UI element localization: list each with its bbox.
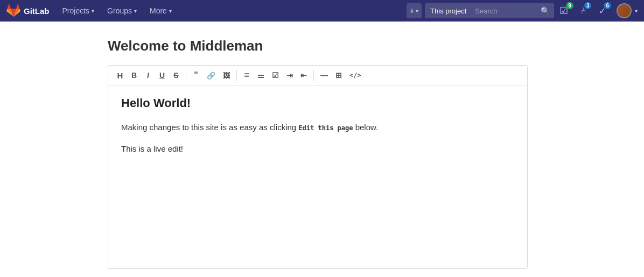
- toolbar-link[interactable]: 🔗: [204, 70, 219, 81]
- chevron-down-icon: ▾: [92, 8, 94, 14]
- toolbar-separator-3: [313, 70, 314, 81]
- editor-body[interactable]: Hello World! Making changes to this site…: [108, 86, 527, 268]
- editor-container: H B I U S " 🔗 🖼 ≡ ⚌ ☑ ⇥ ⇤ — ⊞ </> Hello …: [108, 65, 528, 269]
- toolbar-separator-1: [186, 70, 186, 81]
- user-menu-chevron[interactable]: ▾: [635, 8, 638, 14]
- toolbar-bullet-list[interactable]: ≡: [240, 69, 253, 82]
- brand-name: GitLab: [24, 6, 50, 16]
- editor-paragraph-1: Making changes to this site is as easy a…: [121, 121, 514, 134]
- search-input[interactable]: [475, 7, 540, 15]
- toolbar-separator-2: [236, 70, 237, 81]
- search-icon-button[interactable]: 🔍: [540, 6, 551, 15]
- toolbar-indent[interactable]: ⇥: [283, 69, 296, 81]
- toolbar-bold[interactable]: B: [128, 69, 141, 81]
- todos-icon[interactable]: ☑ 9: [557, 5, 576, 17]
- issues-icon[interactable]: ✓ 6: [597, 6, 613, 16]
- toolbar-strikethrough[interactable]: S: [170, 69, 183, 81]
- inline-code: Edit this page: [298, 124, 353, 132]
- add-button[interactable]: + ▾: [407, 3, 422, 18]
- chevron-down-icon: ▾: [169, 8, 172, 14]
- toolbar-image[interactable]: 🖼: [220, 70, 233, 81]
- toolbar-table[interactable]: ⊞: [332, 69, 345, 81]
- search-input-wrap: 🔍: [472, 3, 554, 18]
- toolbar-italic[interactable]: I: [142, 69, 155, 81]
- nav-projects[interactable]: Projects ▾: [58, 4, 99, 17]
- toolbar-code-block[interactable]: </>: [346, 70, 365, 81]
- editor-heading: Hello World!: [121, 96, 514, 110]
- navbar-right: + ▾ This project 🔍 ☑ 9 ⑃ 3 ✓ 6: [407, 3, 638, 18]
- brand-logo[interactable]: GitLab: [6, 4, 50, 18]
- user-avatar[interactable]: [617, 3, 632, 18]
- nav-more[interactable]: More ▾: [145, 4, 176, 17]
- toolbar-heading[interactable]: H: [114, 69, 127, 82]
- page-title: Welcome to Middleman: [0, 38, 644, 54]
- toolbar-underline[interactable]: U: [156, 69, 169, 81]
- toolbar-blockquote[interactable]: ": [190, 69, 202, 82]
- avatar-image: [618, 4, 631, 17]
- search-scope-button[interactable]: This project: [425, 3, 472, 18]
- chevron-down-icon: ▾: [134, 8, 137, 14]
- toolbar-hr[interactable]: —: [317, 69, 331, 81]
- nav-groups[interactable]: Groups ▾: [103, 4, 141, 17]
- toolbar-ordered-list[interactable]: ⚌: [254, 69, 268, 81]
- navbar: GitLab Projects ▾ Groups ▾ More ▾ + ▾ Th…: [0, 0, 644, 22]
- editor-toolbar: H B I U S " 🔗 🖼 ≡ ⚌ ☑ ⇥ ⇤ — ⊞ </>: [108, 66, 527, 86]
- merge-requests-icon[interactable]: ⑃ 3: [579, 6, 594, 16]
- chevron-down-icon: ▾: [416, 8, 418, 14]
- search-bar: This project 🔍: [425, 3, 554, 18]
- editor-paragraph-2: This is a live edit!: [121, 143, 514, 155]
- main-content: Welcome to Middleman H B I U S " 🔗 🖼 ≡ ⚌…: [0, 22, 644, 277]
- toolbar-outdent[interactable]: ⇤: [297, 69, 310, 81]
- toolbar-task-list[interactable]: ☑: [269, 69, 282, 81]
